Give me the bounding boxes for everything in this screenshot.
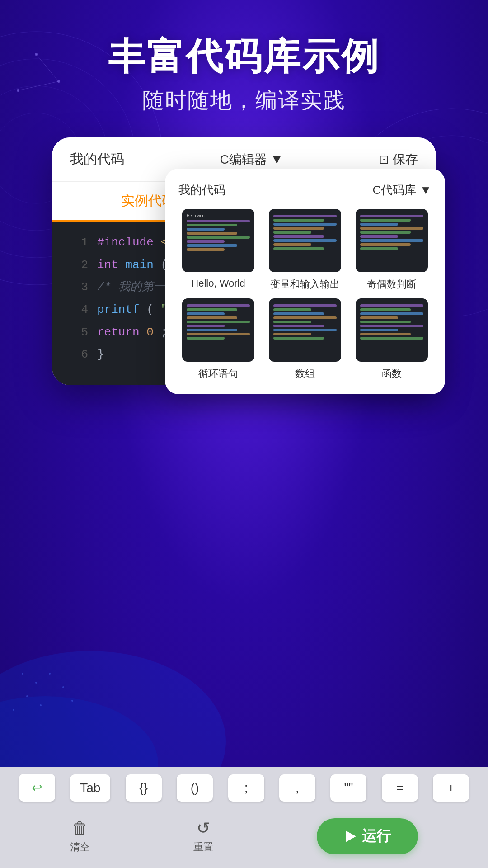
code-item-variable-io[interactable]: 变量和输入输出 bbox=[265, 209, 345, 291]
code-label-4: 循环语句 bbox=[198, 367, 238, 381]
tab-key[interactable]: Tab bbox=[70, 774, 110, 802]
chevron-down-icon: ▼ bbox=[271, 152, 283, 167]
paren-key[interactable]: () bbox=[177, 774, 213, 802]
brace-key[interactable]: {} bbox=[126, 774, 162, 802]
code-thumbnail-4 bbox=[182, 298, 254, 362]
reset-label: 重置 bbox=[193, 840, 213, 854]
code-item-array[interactable]: 数组 bbox=[265, 298, 345, 381]
main-title: 丰富代码库示例 bbox=[108, 36, 380, 77]
line-num-2: 2 bbox=[66, 256, 88, 275]
code-thumbnail-2 bbox=[269, 209, 341, 272]
code-item-hello-world[interactable]: Hello world Hello, World bbox=[178, 209, 258, 291]
save-icon: ⊡ bbox=[379, 152, 389, 167]
reset-icon: ↺ bbox=[197, 819, 210, 838]
overlay-selector[interactable]: C代码库 ▼ bbox=[372, 182, 432, 198]
code-thumbnail-3 bbox=[356, 209, 428, 272]
save-button[interactable]: ⊡ 保存 bbox=[379, 151, 418, 168]
overlay-card: 我的代码 C代码库 ▼ Hello world bbox=[165, 169, 445, 394]
code-label-2: 变量和输入输出 bbox=[270, 278, 340, 291]
line-num-1: 1 bbox=[66, 233, 88, 252]
comma-key[interactable]: , bbox=[279, 774, 315, 802]
code-label-1: Hello, World bbox=[191, 278, 245, 289]
run-button[interactable]: 运行 bbox=[317, 818, 418, 854]
code-grid: Hello world Hello, World bbox=[178, 209, 432, 381]
card-title: 我的代码 bbox=[70, 150, 124, 169]
chevron-down-icon-2: ▼ bbox=[420, 183, 432, 197]
code-thumbnail-1: Hello world bbox=[182, 209, 254, 272]
code-thumbnail-5 bbox=[269, 298, 341, 362]
overlay-card-title: 我的代码 bbox=[178, 182, 225, 198]
undo-key[interactable]: ↩ bbox=[19, 774, 55, 802]
code-label-5: 数组 bbox=[295, 367, 315, 381]
line-num-6: 6 bbox=[66, 345, 88, 364]
line-num-3: 3 bbox=[66, 278, 88, 297]
code-item-odd-even[interactable]: 奇偶数判断 bbox=[352, 209, 432, 291]
code-label-3: 奇偶数判断 bbox=[367, 278, 417, 291]
eq-key[interactable]: = bbox=[382, 774, 418, 802]
clear-icon: 🗑 bbox=[72, 819, 88, 838]
plus-key[interactable]: + bbox=[433, 774, 469, 802]
clear-action[interactable]: 🗑 清空 bbox=[70, 819, 90, 854]
code-text-6: } bbox=[97, 345, 104, 364]
code-item-function[interactable]: 函数 bbox=[352, 298, 432, 381]
code-label-6: 函数 bbox=[382, 367, 402, 381]
code-thumbnail-6 bbox=[356, 298, 428, 362]
keyboard-section: ↩ Tab {} () ; , "" = + 🗑 清空 ↺ 重置 运行 bbox=[0, 767, 488, 868]
line-num-5: 5 bbox=[66, 323, 88, 342]
semi-key[interactable]: ; bbox=[228, 774, 264, 802]
keyboard-extra-keys: ↩ Tab {} () ; , "" = + bbox=[0, 767, 488, 809]
code-item-loop[interactable]: 循环语句 bbox=[178, 298, 258, 381]
editor-selector[interactable]: C编辑器 ▼ bbox=[220, 151, 283, 168]
line-num-4: 4 bbox=[66, 301, 88, 320]
save-label: 保存 bbox=[393, 151, 418, 168]
editor-selector-label: C编辑器 bbox=[220, 151, 267, 168]
code-text-5: return 0 ; bbox=[97, 323, 168, 342]
overlay-header: 我的代码 C代码库 ▼ bbox=[178, 182, 432, 198]
run-label: 运行 bbox=[362, 826, 391, 846]
clear-label: 清空 bbox=[70, 840, 90, 854]
sub-title: 随时随地，编译实践 bbox=[108, 86, 380, 115]
play-icon bbox=[344, 830, 357, 843]
bottom-action-bar: 🗑 清空 ↺ 重置 运行 bbox=[0, 809, 488, 868]
reset-action[interactable]: ↺ 重置 bbox=[193, 819, 213, 854]
overlay-selector-label: C代码库 bbox=[372, 182, 416, 198]
quote-key[interactable]: "" bbox=[330, 774, 366, 802]
